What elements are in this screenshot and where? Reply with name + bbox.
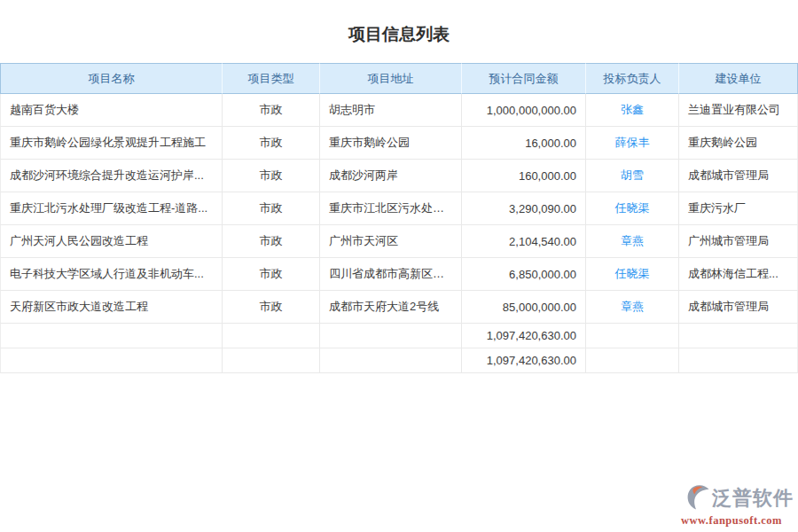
bid-leader-link[interactable]: 张鑫 (621, 103, 644, 116)
cell-contract-amount: 85,000,000.00 (461, 291, 585, 324)
cell-project-address: 重庆市鹅岭公园 (319, 127, 461, 160)
cell-project-type: 市政 (222, 160, 319, 192)
cell-project-address: 重庆市江北区污水处理厂 (319, 192, 461, 225)
table-row: 电子科技大学区域人行道及非机动车... 市政 四川省成都市高新区西... 6,8… (0, 258, 798, 291)
cell-construction-unit: 成都城市管理局 (678, 160, 798, 192)
column-header-project-name: 项目名称 (0, 63, 222, 94)
cell-project-address: 胡志明市 (319, 94, 461, 127)
column-header-project-address: 项目地址 (319, 63, 461, 94)
vendor-website-url: www.fanpusoft.com (669, 515, 794, 527)
cell-empty (0, 324, 222, 348)
cell-project-address: 成都沙河两岸 (319, 160, 461, 192)
cell-empty (585, 324, 678, 348)
cell-contract-amount: 16,000.00 (461, 127, 585, 160)
cell-construction-unit: 重庆污水厂 (678, 192, 798, 225)
cell-contract-amount: 2,104,540.00 (461, 225, 585, 258)
cell-project-name: 重庆江北污水处理厂级改造工程-道路... (0, 192, 222, 225)
table-row: 成都沙河环境综合提升改造运河护岸... 市政 成都沙河两岸 160,000.00… (0, 160, 798, 192)
bid-leader-link[interactable]: 薛保丰 (615, 136, 650, 149)
vendor-logo: 泛普软件 www.fanpusoft.com (669, 483, 794, 527)
cell-project-type: 市政 (222, 291, 319, 324)
page-title: 项目信息列表 (0, 0, 798, 45)
cell-summary-amount: 1,097,420,630.00 (461, 324, 585, 348)
vendor-brand-name: 泛普软件 (712, 489, 794, 508)
bid-leader-link[interactable]: 胡雪 (621, 168, 644, 182)
cell-project-name: 越南百货大楼 (0, 94, 222, 127)
cell-project-name: 广州天河人民公园改造工程 (0, 225, 222, 258)
bid-leader-link[interactable]: 任晓渠 (615, 267, 650, 280)
cell-project-type: 市政 (222, 127, 319, 160)
summary-row: 1,097,420,630.00 (0, 348, 798, 373)
cell-empty (678, 324, 798, 348)
table-row: 天府新区市政大道改造工程 市政 成都市天府大道2号线 85,000,000.00… (0, 291, 798, 324)
cell-project-type: 市政 (222, 225, 319, 258)
cell-empty (319, 348, 461, 373)
cell-construction-unit: 重庆鹅岭公园 (678, 127, 798, 160)
cell-empty (222, 348, 319, 373)
cell-summary-amount: 1,097,420,630.00 (461, 348, 585, 373)
cell-construction-unit: 成都林海信工程... (678, 258, 798, 291)
cell-empty (0, 348, 222, 373)
cell-project-address: 成都市天府大道2号线 (319, 291, 461, 324)
cell-empty (222, 324, 319, 348)
cell-project-type: 市政 (222, 94, 319, 127)
cell-contract-amount: 6,850,000.00 (461, 258, 585, 291)
cell-project-name: 重庆市鹅岭公园绿化景观提升工程施工 (0, 127, 222, 160)
column-header-project-type: 项目类型 (222, 63, 319, 94)
table-row: 重庆市鹅岭公园绿化景观提升工程施工 市政 重庆市鹅岭公园 16,000.00 薛… (0, 127, 798, 160)
column-header-bid-leader: 投标负责人 (585, 63, 678, 94)
table-row: 重庆江北污水处理厂级改造工程-道路... 市政 重庆市江北区污水处理厂 3,29… (0, 192, 798, 225)
cell-contract-amount: 160,000.00 (461, 160, 585, 192)
cell-contract-amount: 1,000,000,000.00 (461, 94, 585, 127)
cell-project-address: 四川省成都市高新区西... (319, 258, 461, 291)
cell-project-name: 成都沙河环境综合提升改造运河护岸... (0, 160, 222, 192)
cell-empty (585, 348, 678, 373)
cell-project-name: 天府新区市政大道改造工程 (0, 291, 222, 324)
cell-construction-unit: 兰迪置业有限公司 (678, 94, 798, 127)
cell-construction-unit: 成都城市管理局 (678, 291, 798, 324)
cell-empty (319, 324, 461, 348)
table-row: 广州天河人民公园改造工程 市政 广州市天河区 2,104,540.00 章燕 广… (0, 225, 798, 258)
summary-row: 1,097,420,630.00 (0, 324, 798, 348)
bid-leader-link[interactable]: 章燕 (621, 234, 644, 247)
column-header-construction-unit: 建设单位 (678, 63, 798, 94)
bid-leader-link[interactable]: 任晓渠 (615, 201, 650, 215)
table-row: 越南百货大楼 市政 胡志明市 1,000,000,000.00 张鑫 兰迪置业有… (0, 94, 798, 127)
fanpu-swirl-icon (686, 483, 710, 513)
table-header-row: 项目名称 项目类型 项目地址 预计合同金额 投标负责人 建设单位 (0, 63, 798, 94)
cell-contract-amount: 3,290,090.00 (461, 192, 585, 225)
bid-leader-link[interactable]: 章燕 (621, 300, 644, 313)
project-table: 项目名称 项目类型 项目地址 预计合同金额 投标负责人 建设单位 越南百货大楼 … (0, 63, 798, 373)
cell-construction-unit: 广州城市管理局 (678, 225, 798, 258)
cell-project-address: 广州市天河区 (319, 225, 461, 258)
cell-project-name: 电子科技大学区域人行道及非机动车... (0, 258, 222, 291)
cell-empty (678, 348, 798, 373)
column-header-contract-amount: 预计合同金额 (461, 63, 585, 94)
cell-project-type: 市政 (222, 258, 319, 291)
cell-project-type: 市政 (222, 192, 319, 225)
